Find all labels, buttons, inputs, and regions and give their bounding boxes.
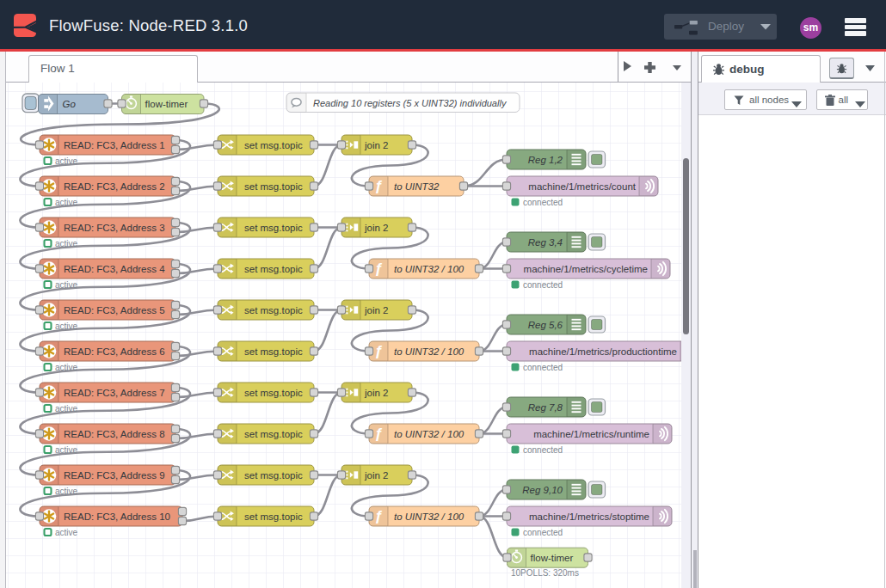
svg-text:Reg 3,4: Reg 3,4 [528, 237, 563, 248]
svg-text:READ: FC3, Address 8: READ: FC3, Address 8 [64, 429, 165, 439]
svg-text:flow-timer: flow-timer [145, 99, 188, 109]
svg-text:READ: FC3, Address 5: READ: FC3, Address 5 [64, 305, 165, 315]
svg-text:active: active [55, 487, 78, 496]
svg-text:join 2: join 2 [364, 223, 389, 233]
svg-text:connected: connected [523, 528, 563, 537]
svg-text:READ: FC3, Address 6: READ: FC3, Address 6 [64, 346, 165, 357]
svg-text:Go: Go [63, 99, 77, 109]
svg-text:set msg.topic: set msg.topic [244, 264, 303, 274]
svg-text:to UINT32 / 100: to UINT32 / 100 [394, 511, 465, 522]
svg-text:READ: FC3, Address 9: READ: FC3, Address 9 [64, 470, 165, 481]
svg-text:set msg.topic: set msg.topic [244, 140, 303, 150]
svg-text:active: active [55, 363, 78, 372]
svg-text:active: active [55, 404, 78, 413]
svg-text:Reg 9,10: Reg 9,10 [522, 485, 563, 495]
svg-text:active: active [55, 156, 78, 166]
svg-text:ƒ: ƒ [374, 178, 382, 194]
svg-text:set msg.topic: set msg.topic [244, 388, 303, 398]
svg-text:join 2: join 2 [364, 388, 389, 398]
svg-text:set msg.topic: set msg.topic [244, 223, 303, 233]
svg-text:READ: FC3, Address 2: READ: FC3, Address 2 [64, 181, 165, 192]
svg-text:active: active [55, 239, 78, 248]
svg-text:join 2: join 2 [364, 470, 389, 481]
svg-text:ƒ: ƒ [374, 426, 382, 442]
svg-text:Reg 7,8: Reg 7,8 [528, 402, 563, 413]
svg-text:active: active [55, 445, 78, 455]
svg-text:ƒ: ƒ [374, 343, 382, 359]
svg-text:machine/1/metrics/productionti: machine/1/metrics/productiontime [529, 346, 677, 357]
svg-text:machine/1/metrics/stoptime: machine/1/metrics/stoptime [529, 511, 649, 522]
svg-text:to UINT32: to UINT32 [394, 181, 440, 192]
svg-text:ƒ: ƒ [374, 508, 382, 524]
svg-text:Reg 5,6: Reg 5,6 [528, 320, 563, 330]
svg-text:connected: connected [523, 445, 563, 455]
svg-text:ƒ: ƒ [374, 260, 382, 277]
svg-text:active: active [55, 322, 78, 331]
svg-text:Reg 1,2: Reg 1,2 [528, 155, 563, 165]
svg-text:active: active [55, 198, 78, 207]
svg-text:to UINT32 / 100: to UINT32 / 100 [394, 346, 465, 357]
svg-text:connected: connected [523, 363, 563, 372]
svg-text:flow-timer: flow-timer [531, 553, 574, 563]
svg-text:to UINT32 / 100: to UINT32 / 100 [394, 264, 465, 274]
svg-text:connected: connected [523, 280, 563, 290]
svg-text:READ: FC3, Address 3: READ: FC3, Address 3 [64, 223, 165, 233]
svg-text:machine/1/metrics/count: machine/1/metrics/count [528, 181, 636, 192]
svg-text:set msg.topic: set msg.topic [244, 429, 303, 439]
svg-text:machine/1/metrics/runtime: machine/1/metrics/runtime [533, 429, 649, 439]
svg-text:machine/1/metrics/cycletime: machine/1/metrics/cycletime [524, 264, 648, 274]
svg-text:set msg.topic: set msg.topic [244, 305, 303, 315]
svg-text:set msg.topic: set msg.topic [244, 346, 303, 357]
svg-text:set msg.topic: set msg.topic [244, 181, 303, 192]
svg-text:READ: FC3, Address 4: READ: FC3, Address 4 [64, 264, 165, 274]
svg-text:connected: connected [523, 198, 563, 207]
svg-text:set msg.topic: set msg.topic [244, 470, 303, 481]
svg-text:10POLLS: 320ms: 10POLLS: 320ms [511, 568, 579, 578]
svg-text:to UINT32 / 100: to UINT32 / 100 [394, 429, 465, 439]
svg-text:active: active [55, 528, 78, 537]
svg-text:join 2: join 2 [364, 140, 389, 150]
svg-text:set msg.topic: set msg.topic [244, 511, 303, 522]
svg-text:READ: FC3, Address 10: READ: FC3, Address 10 [64, 511, 170, 522]
svg-text:active: active [55, 280, 78, 290]
svg-text:join 2: join 2 [364, 305, 389, 315]
svg-text:READ: FC3, Address 7: READ: FC3, Address 7 [64, 388, 165, 398]
svg-text:Reading 10 registers (5 x UINT: Reading 10 registers (5 x UINT32) indivi… [313, 98, 508, 108]
svg-text:READ: FC3, Address 1: READ: FC3, Address 1 [64, 140, 165, 150]
